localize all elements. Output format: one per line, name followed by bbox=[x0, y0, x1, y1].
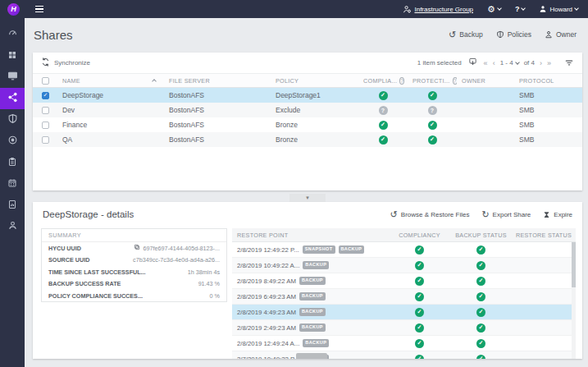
restore-point-row[interactable]: 2/8/2019 8:49:22 AM BACKUP bbox=[232, 273, 576, 289]
menu-hamburger-icon[interactable] bbox=[35, 6, 43, 13]
show-selected-icon[interactable] bbox=[468, 57, 477, 68]
column-header-owner[interactable]: OWNER bbox=[457, 77, 514, 85]
sidebar-item-targets[interactable] bbox=[0, 131, 25, 152]
settings-menu[interactable]: ⚙ bbox=[487, 5, 501, 14]
sidebar-item-applications[interactable] bbox=[0, 45, 25, 67]
page-last-button[interactable]: » bbox=[547, 59, 551, 67]
file-server: BostonAFS bbox=[164, 106, 271, 114]
row-checkbox[interactable] bbox=[42, 122, 49, 129]
restore-point-row[interactable]: 2/8/2019 2:49:23 AM BACKUP bbox=[232, 320, 576, 336]
column-header-restore-status[interactable]: RESTORE STATUS bbox=[512, 232, 576, 239]
summary-box: SUMMARY HYCU UUID 697fe697-4144-405d-812… bbox=[41, 228, 227, 302]
backup-tag: BACKUP bbox=[299, 323, 326, 332]
dashboard-icon bbox=[7, 27, 18, 42]
policies-button[interactable]: Policies bbox=[496, 30, 531, 39]
sidebar-item-reports[interactable] bbox=[0, 195, 25, 216]
protocol: SMB bbox=[514, 121, 582, 129]
restore-point-row[interactable]: 2/7/2019 10:49:22 P... BACKUP bbox=[232, 351, 576, 359]
page-first-button[interactable]: « bbox=[484, 59, 488, 67]
source-uuid-value: c7b349cc-7c3d-4e0d-ad4a-a26... bbox=[133, 256, 220, 264]
owner-button[interactable]: Owner bbox=[545, 30, 577, 39]
vertical-scrollbar[interactable] bbox=[572, 242, 576, 359]
shares-icon bbox=[7, 91, 18, 106]
column-header-compliancy[interactable]: COMPLIANCY bbox=[389, 232, 450, 239]
restore-point-row[interactable]: 2/8/2019 12:49:24 A... BACKUP bbox=[232, 336, 576, 351]
column-header-restore-point[interactable]: RESTORE POINT bbox=[232, 232, 389, 239]
page-total-label: of 4 bbox=[524, 59, 535, 67]
copy-icon[interactable] bbox=[134, 244, 140, 252]
row-checkbox[interactable] bbox=[42, 92, 49, 99]
infrastructure-group-link[interactable]: Infrastructure Group bbox=[414, 6, 473, 13]
restore-point-row[interactable]: 2/8/2019 6:49:23 AM BACKUP bbox=[232, 289, 576, 305]
user-menu[interactable]: Howard bbox=[539, 5, 578, 13]
chevron-down-icon bbox=[497, 6, 502, 11]
share-name: DeepStorage bbox=[57, 91, 164, 99]
backup-status-icon bbox=[476, 339, 485, 348]
export-share-button[interactable]: ↻ Export Share bbox=[481, 210, 531, 219]
column-header-protocol[interactable]: PROTOCOL bbox=[514, 77, 582, 85]
backup-tag: BACKUP bbox=[299, 277, 326, 285]
table-row[interactable]: QA BostonAFS Bronze SMB bbox=[33, 132, 582, 147]
column-header-compliancy[interactable]: COMPLIA... bbox=[358, 77, 408, 85]
shares-table-body: DeepStorage BostonAFS DeepStorage1 SMB D… bbox=[33, 88, 582, 147]
sidebar-item-jobs[interactable] bbox=[0, 152, 25, 173]
column-header-protection[interactable]: PROTECTI... bbox=[408, 77, 457, 85]
sidebar-item-administration[interactable] bbox=[0, 216, 25, 237]
applications-icon bbox=[7, 48, 17, 63]
restore-point-row[interactable]: 2/8/2019 4:49:23 AM BACKUP bbox=[232, 305, 576, 320]
sidebar-item-events[interactable] bbox=[0, 173, 25, 195]
column-header-backup-status[interactable]: BACKUP STATUS bbox=[450, 232, 512, 239]
select-all-checkbox[interactable] bbox=[42, 77, 49, 85]
table-row[interactable]: Dev BostonAFS Exclude SMB bbox=[33, 103, 582, 117]
file-server: BostonAFS bbox=[164, 135, 271, 144]
column-header-policy[interactable]: POLICY bbox=[271, 77, 358, 85]
sidebar-item-dashboard[interactable] bbox=[0, 24, 25, 45]
bottom-drag-handle[interactable] bbox=[296, 353, 327, 359]
help-menu[interactable]: ? bbox=[515, 5, 526, 13]
infrastructure-group-menu[interactable]: Infrastructure Group bbox=[403, 5, 473, 14]
table-row[interactable]: DeepStorage BostonAFS DeepStorage1 SMB bbox=[33, 88, 582, 103]
page-next-button[interactable]: › bbox=[540, 59, 542, 67]
protocol: SMB bbox=[514, 135, 582, 144]
compliancy-status-icon bbox=[379, 106, 388, 115]
protection-status-icon bbox=[428, 121, 437, 130]
page-range-dropdown[interactable]: 1 - 4 bbox=[500, 59, 519, 67]
help-circle-icon[interactable] bbox=[399, 77, 404, 85]
restore-point-time: 2/8/2019 12:49:24 A... bbox=[237, 340, 299, 347]
export-icon: ↻ bbox=[481, 210, 489, 219]
restore-point-row[interactable]: 2/8/2019 12:49:22 P... SNAPSHOT BACKUP bbox=[232, 242, 576, 258]
restore-icon: ↺ bbox=[390, 210, 398, 219]
panel-collapse-handle[interactable]: ▼ bbox=[289, 194, 326, 202]
sidebar-item-policies[interactable] bbox=[0, 109, 25, 131]
compliancy-status-icon bbox=[415, 323, 424, 333]
restore-point-time: 2/8/2019 10:49:22 A... bbox=[237, 262, 299, 269]
page-prev-button[interactable]: ‹ bbox=[493, 59, 495, 67]
column-header-file-server[interactable]: FILE SERVER bbox=[164, 77, 271, 85]
filter-icon[interactable] bbox=[564, 58, 574, 67]
synchronize-button[interactable]: Synchronize bbox=[41, 57, 90, 68]
sidebar-item-shares[interactable] bbox=[0, 88, 25, 109]
row-checkbox[interactable] bbox=[42, 107, 49, 114]
snapshot-tag: SNAPSHOT bbox=[303, 245, 335, 254]
backup-button[interactable]: ↺ Backup bbox=[449, 30, 483, 39]
compliancy-status-icon bbox=[415, 339, 424, 348]
sidebar-item-virtual-machines[interactable] bbox=[0, 67, 25, 88]
backup-status-icon bbox=[476, 292, 485, 301]
scrollbar-thumb[interactable] bbox=[572, 242, 576, 287]
browse-restore-files-button[interactable]: ↺ Browse & Restore Files bbox=[390, 210, 470, 219]
table-row[interactable]: Finance BostonAFS Bronze SMB bbox=[33, 117, 582, 132]
column-header-name[interactable]: NAME bbox=[57, 77, 164, 85]
page-header: Shares ↺ Backup Policies Owner bbox=[25, 18, 588, 51]
policy-compliance-value: 0 % bbox=[210, 292, 220, 300]
share-name: Finance bbox=[57, 121, 164, 129]
protocol: SMB bbox=[514, 106, 582, 114]
backup-status-icon bbox=[476, 355, 485, 360]
row-checkbox[interactable] bbox=[42, 136, 49, 144]
hycu-logo-icon[interactable]: H bbox=[7, 3, 20, 16]
policy: Exclude bbox=[271, 106, 358, 114]
file-server: BostonAFS bbox=[164, 121, 271, 129]
restore-point-row[interactable]: 2/8/2019 10:49:22 A... BACKUP bbox=[232, 258, 576, 273]
expire-button[interactable]: Expire bbox=[543, 210, 572, 219]
hourglass-icon bbox=[543, 210, 550, 219]
virtual-machines-icon bbox=[7, 70, 18, 85]
